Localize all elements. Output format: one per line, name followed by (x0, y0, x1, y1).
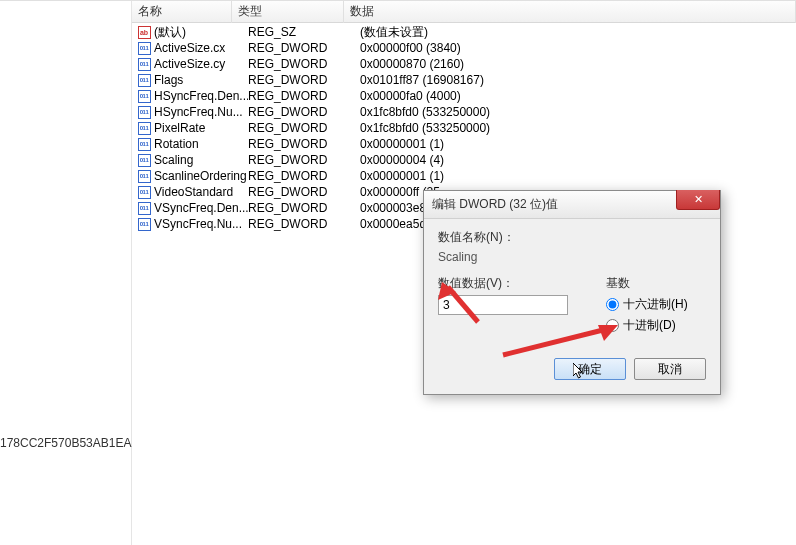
dword-value-icon: 011 (136, 201, 152, 215)
row-type: REG_DWORD (248, 41, 360, 55)
table-row[interactable]: 011ScanlineOrderingREG_DWORD0x00000001 (… (132, 168, 796, 184)
row-type: REG_DWORD (248, 201, 360, 215)
dialog-title: 编辑 DWORD (32 位)值 (432, 196, 558, 213)
value-name-label: 数值名称(N)： (438, 229, 706, 246)
row-data: 0x00000fa0 (4000) (360, 89, 796, 103)
row-name: PixelRate (154, 121, 248, 135)
value-data-label: 数值数据(V)： (438, 275, 586, 292)
row-data: 0x00000004 (4) (360, 153, 796, 167)
dword-value-icon: 011 (136, 185, 152, 199)
row-name: Scaling (154, 153, 248, 167)
dword-value-icon: 011 (136, 137, 152, 151)
table-row[interactable]: 011FlagsREG_DWORD0x0101ff87 (16908167) (132, 72, 796, 88)
col-header-name[interactable]: 名称 (132, 0, 232, 23)
dword-value-icon: 011 (136, 41, 152, 55)
row-name: Flags (154, 73, 248, 87)
radio-hex-input[interactable] (606, 298, 619, 311)
table-row[interactable]: 011RotationREG_DWORD0x00000001 (1) (132, 136, 796, 152)
dword-value-icon: 011 (136, 73, 152, 87)
row-data: 0x1fc8bfd0 (533250000) (360, 121, 796, 135)
row-type: REG_DWORD (248, 121, 360, 135)
row-name: VSyncFreq.Nu... (154, 217, 248, 231)
ok-button[interactable]: 确定 (554, 358, 626, 380)
table-row[interactable]: 011PixelRateREG_DWORD0x1fc8bfd0 (5332500… (132, 120, 796, 136)
table-row[interactable]: 011HSyncFreq.Den...REG_DWORD0x00000fa0 (… (132, 88, 796, 104)
value-data-input[interactable] (438, 295, 568, 315)
row-name: VideoStandard (154, 185, 248, 199)
row-name: ActiveSize.cx (154, 41, 248, 55)
row-name: HSyncFreq.Nu... (154, 105, 248, 119)
radio-dec-input[interactable] (606, 319, 619, 332)
dword-value-icon: 011 (136, 153, 152, 167)
row-type: REG_DWORD (248, 217, 360, 231)
dword-value-icon: 011 (136, 217, 152, 231)
row-data: 0x0101ff87 (16908167) (360, 73, 796, 87)
radio-hex[interactable]: 十六进制(H) (606, 296, 706, 313)
col-header-data[interactable]: 数据 (344, 0, 796, 23)
base-label: 基数 (606, 275, 706, 292)
radio-hex-label: 十六进制(H) (623, 296, 688, 313)
row-name: (默认) (154, 24, 248, 41)
row-data: (数值未设置) (360, 24, 796, 41)
dword-value-icon: 011 (136, 105, 152, 119)
close-button[interactable]: ✕ (676, 190, 720, 210)
value-name-text: Scaling (438, 249, 706, 265)
table-header: 名称 类型 数据 (132, 1, 796, 23)
row-type: REG_DWORD (248, 57, 360, 71)
dword-value-icon: 011 (136, 169, 152, 183)
dword-value-icon: 011 (136, 89, 152, 103)
close-icon: ✕ (694, 193, 703, 206)
dword-value-icon: 011 (136, 57, 152, 71)
tree-panel[interactable]: 178CC2F570B53AB1EA (0, 1, 132, 545)
table-row[interactable]: 011ActiveSize.cyREG_DWORD0x00000870 (216… (132, 56, 796, 72)
row-data: 0x00000870 (2160) (360, 57, 796, 71)
edit-dword-dialog: 编辑 DWORD (32 位)值 ✕ 数值名称(N)： Scaling 数值数据… (423, 190, 721, 395)
row-name: ActiveSize.cy (154, 57, 248, 71)
row-data: 0x00000001 (1) (360, 137, 796, 151)
row-type: REG_DWORD (248, 89, 360, 103)
row-name: Rotation (154, 137, 248, 151)
row-name: HSyncFreq.Den... (154, 89, 248, 103)
row-data: 0x00000001 (1) (360, 169, 796, 183)
row-data: 0x1fc8bfd0 (533250000) (360, 105, 796, 119)
string-value-icon: ab (136, 25, 152, 39)
row-type: REG_DWORD (248, 185, 360, 199)
row-data: 0x00000f00 (3840) (360, 41, 796, 55)
dword-value-icon: 011 (136, 121, 152, 135)
table-row[interactable]: 011HSyncFreq.Nu...REG_DWORD0x1fc8bfd0 (5… (132, 104, 796, 120)
row-type: REG_DWORD (248, 105, 360, 119)
row-type: REG_DWORD (248, 153, 360, 167)
row-type: REG_DWORD (248, 73, 360, 87)
dialog-body: 数值名称(N)： Scaling 数值数据(V)： 基数 十六进制(H) 十进制… (424, 219, 720, 394)
cancel-button[interactable]: 取消 (634, 358, 706, 380)
dialog-titlebar[interactable]: 编辑 DWORD (32 位)值 ✕ (424, 191, 720, 219)
row-name: ScanlineOrdering (154, 169, 248, 183)
row-type: REG_DWORD (248, 137, 360, 151)
row-type: REG_DWORD (248, 169, 360, 183)
col-header-type[interactable]: 类型 (232, 0, 344, 23)
radio-dec[interactable]: 十进制(D) (606, 317, 706, 334)
row-type: REG_SZ (248, 25, 360, 39)
table-row[interactable]: ab(默认)REG_SZ(数值未设置) (132, 24, 796, 40)
table-row[interactable]: 011ScalingREG_DWORD0x00000004 (4) (132, 152, 796, 168)
radio-dec-label: 十进制(D) (623, 317, 676, 334)
table-row[interactable]: 011ActiveSize.cxREG_DWORD0x00000f00 (384… (132, 40, 796, 56)
tree-item[interactable]: 178CC2F570B53AB1EA (0, 436, 131, 450)
row-name: VSyncFreq.Den... (154, 201, 248, 215)
